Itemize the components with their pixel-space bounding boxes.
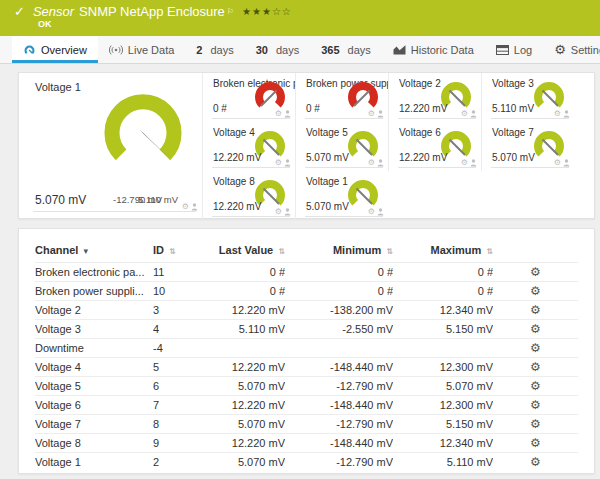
channel-settings-gear-icon[interactable]: ⚙ [530, 265, 541, 279]
column-label: Channel [35, 244, 78, 256]
cell-id: 4 [153, 320, 203, 339]
cell-channel[interactable]: Voltage 8 [35, 434, 153, 453]
channel-settings-gear-icon[interactable]: ⚙ [530, 360, 541, 374]
main-gauge-scale-max: 5.110 mV [138, 194, 178, 205]
mini-gauge-cell[interactable]: Broken electronic parts 0 # ⚙ [202, 73, 295, 122]
tab-settings[interactable]: ⚙ Settings [543, 36, 600, 63]
cell-last-value: 12.220 mV [203, 434, 285, 453]
pin-person-icon[interactable] [470, 159, 477, 167]
table-row[interactable]: Voltage 5 6 5.070 mV -12.790 mV 5.070 mV… [35, 377, 578, 396]
priority-stars[interactable]: ★★★☆☆ [242, 6, 292, 17]
channel-gear-icon[interactable]: ⚙ [554, 110, 561, 118]
table-row[interactable]: Voltage 2 3 12.220 mV -138.200 mV 12.340… [35, 301, 578, 320]
channel-settings-gear-icon[interactable]: ⚙ [530, 322, 541, 336]
channel-gear-icon[interactable]: ⚙ [182, 203, 189, 211]
tab-overview[interactable]: Overview [12, 36, 98, 63]
column-header-minimum[interactable]: Minimum ⇅ [285, 241, 393, 263]
mini-gauge-cell[interactable]: Voltage 1 5.070 mV ⚙ [295, 171, 388, 220]
channel-settings-gear-icon[interactable]: ⚙ [530, 436, 541, 450]
column-header-maximum[interactable]: Maximum ⇅ [393, 241, 493, 263]
table-row[interactable]: Broken power suppli... 10 0 # 0 # 0 # ⚙ [35, 282, 578, 301]
tab-label: Historic Data [411, 44, 474, 56]
pin-person-icon[interactable] [284, 110, 291, 118]
table-row[interactable]: Broken electronic pa... 11 0 # 0 # 0 # ⚙ [35, 263, 578, 282]
mini-gauge-cell[interactable]: Voltage 5 5.070 mV ⚙ [295, 122, 388, 171]
channel-settings-gear-icon[interactable]: ⚙ [530, 417, 541, 431]
pin-person-icon[interactable] [563, 110, 570, 118]
table-row[interactable]: Voltage 4 5 12.220 mV -148.440 mV 12.300… [35, 358, 578, 377]
cell-id: 11 [153, 263, 203, 282]
content-area: Voltage 1 5.070 mV -12.790 mV 5.110 mV ⚙… [0, 64, 600, 474]
pin-person-icon[interactable] [470, 110, 477, 118]
channel-gear-icon[interactable]: ⚙ [461, 159, 468, 167]
cell-channel[interactable]: Broken electronic pa... [35, 263, 153, 282]
channel-settings-gear-icon[interactable]: ⚙ [530, 303, 541, 317]
cell-channel[interactable]: Voltage 7 [35, 415, 153, 434]
pin-person-icon[interactable] [284, 159, 291, 167]
cell-channel[interactable]: Broken power suppli... [35, 282, 153, 301]
channel-gear-icon[interactable]: ⚙ [461, 110, 468, 118]
table-row[interactable]: Voltage 3 4 5.110 mV -2.550 mV 5.150 mV … [35, 320, 578, 339]
mini-gauge-cell[interactable]: Voltage 8 12.220 mV ⚙ [202, 171, 295, 220]
pin-person-icon[interactable] [563, 159, 570, 167]
channel-gear-icon[interactable]: ⚙ [554, 159, 561, 167]
mini-gauge-cell[interactable]: Voltage 7 5.070 mV ⚙ [481, 122, 574, 171]
column-header-channel[interactable]: Channel ▾ [35, 241, 153, 263]
mini-gauge-cell[interactable]: Voltage 6 12.220 mV ⚙ [388, 122, 481, 171]
pin-person-icon[interactable] [191, 203, 198, 211]
status-badge: OK [38, 19, 590, 29]
cell-channel[interactable]: Voltage 2 [35, 301, 153, 320]
sensor-header: ✓ Sensor SNMP NetApp Enclosure ⚐ ★★★☆☆ O… [0, 0, 600, 36]
channel-gear-icon[interactable]: ⚙ [275, 110, 282, 118]
cell-channel[interactable]: Downtime [35, 339, 153, 358]
tab-30-days[interactable]: 30 days [245, 36, 311, 63]
cell-channel[interactable]: Voltage 3 [35, 320, 153, 339]
tab-log[interactable]: Log [485, 36, 543, 63]
main-gauge-voltage-1[interactable]: Voltage 1 5.070 mV -12.790 mV 5.110 mV ⚙ [19, 73, 202, 218]
table-header-row: Channel ▾ ID ⇅ Last Value ⇅ Minimum ⇅ [35, 241, 578, 263]
table-row[interactable]: Voltage 8 9 12.220 mV -148.440 mV 12.340… [35, 434, 578, 453]
channel-gear-icon[interactable]: ⚙ [368, 159, 375, 167]
tab-historic-data[interactable]: Historic Data [382, 36, 485, 63]
mini-gauge-value: 5.110 mV [492, 103, 534, 114]
channel-table: Channel ▾ ID ⇅ Last Value ⇅ Minimum ⇅ [35, 241, 578, 471]
channel-settings-gear-icon[interactable]: ⚙ [530, 284, 541, 298]
mini-gauge-cell[interactable]: Voltage 2 12.220 mV ⚙ [388, 73, 481, 122]
channel-gear-icon[interactable]: ⚙ [275, 208, 282, 216]
pin-person-icon[interactable] [284, 208, 291, 216]
channel-settings-gear-icon[interactable]: ⚙ [530, 341, 541, 355]
pin-person-icon[interactable] [377, 159, 384, 167]
cell-channel[interactable]: Voltage 1 [35, 453, 153, 472]
table-row[interactable]: Voltage 1 2 5.070 mV -12.790 mV 5.110 mV… [35, 453, 578, 472]
pin-person-icon[interactable] [377, 110, 384, 118]
tab-2-days[interactable]: 2 days [185, 36, 244, 63]
channel-settings-gear-icon[interactable]: ⚙ [530, 455, 541, 469]
area-chart-icon [393, 44, 406, 55]
gauges-panel: Voltage 1 5.070 mV -12.790 mV 5.110 mV ⚙… [18, 72, 595, 219]
channel-settings-gear-icon[interactable]: ⚙ [530, 379, 541, 393]
cell-channel[interactable]: Voltage 5 [35, 377, 153, 396]
channel-gear-icon[interactable]: ⚙ [368, 110, 375, 118]
table-row[interactable]: Voltage 7 8 5.070 mV -12.790 mV 5.150 mV… [35, 415, 578, 434]
pin-person-icon[interactable] [377, 208, 384, 216]
cell-maximum: 0 # [393, 263, 493, 282]
column-header-last-value[interactable]: Last Value ⇅ [203, 241, 285, 263]
table-row[interactable]: Downtime -4 ⚙ [35, 339, 578, 358]
channel-settings-gear-icon[interactable]: ⚙ [530, 398, 541, 412]
channel-gear-icon[interactable]: ⚙ [368, 208, 375, 216]
channel-gear-icon[interactable]: ⚙ [275, 159, 282, 167]
mini-gauge-cell[interactable]: Voltage 3 5.110 mV ⚙ [481, 73, 574, 122]
tab-365-days[interactable]: 365 days [310, 36, 382, 63]
column-label: Last Value [219, 244, 273, 256]
cell-id: 5 [153, 358, 203, 377]
cell-maximum: 5.070 mV [393, 377, 493, 396]
cell-channel[interactable]: Voltage 6 [35, 396, 153, 415]
column-header-id[interactable]: ID ⇅ [153, 241, 203, 263]
tab-live-data[interactable]: Live Data [98, 36, 185, 63]
table-row[interactable]: Voltage 6 7 12.220 mV -148.440 mV 12.300… [35, 396, 578, 415]
mini-gauge-cell[interactable]: Broken power supplies 0 # ⚙ [295, 73, 388, 122]
cell-channel[interactable]: Voltage 4 [35, 358, 153, 377]
main-gauge-current-value: 5.070 mV [35, 193, 86, 207]
mini-gauge-cell[interactable]: Voltage 4 12.220 mV ⚙ [202, 122, 295, 171]
cell-last-value: 0 # [203, 263, 285, 282]
